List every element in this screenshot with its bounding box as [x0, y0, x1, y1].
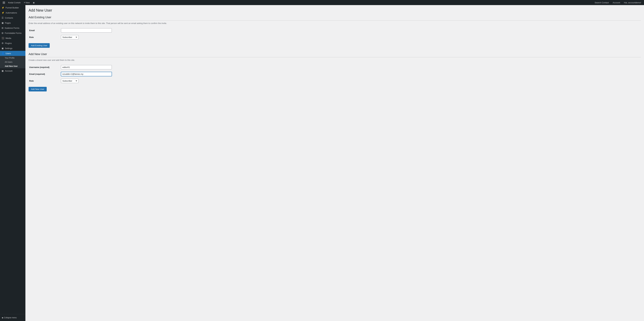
add-new-section-title: Add New User [28, 52, 641, 57]
pages-icon: ▣ [2, 22, 4, 24]
sidebar-item-media[interactable]: ⬛ Media [0, 36, 26, 41]
existing-email-input[interactable] [61, 28, 112, 32]
new-email-input[interactable] [61, 72, 112, 76]
sidebar-item-contacts[interactable]: ☰ Contacts [0, 15, 26, 20]
collapse-menu-button[interactable]: ◀ Collapse menu [2, 316, 24, 320]
content-area: Add New User Add Existing User Enter the… [26, 5, 644, 321]
add-new-form-table: Username (required) Email (required) [28, 64, 140, 84]
collapse-menu-label: Collapse menu [4, 316, 17, 319]
plus-icon: + [24, 1, 25, 4]
funnel-builder-icon: ⚡ [2, 6, 4, 9]
add-existing-form-table: Email Role Subscriber Contributor Au [28, 27, 140, 41]
sidebar-submenu-all-users[interactable]: All Users [0, 60, 26, 64]
add-new-user-section: Add New User Create a brand new user and… [28, 52, 641, 92]
sidebar-item-kadence-forms[interactable]: ⊞ Kadence Forms [0, 26, 26, 30]
main-layout: ⚡ Funnel Builder ⚡ Automations ☰ Contact… [0, 5, 644, 321]
new-role-select[interactable]: Subscriber Contributor Author Editor Adm… [61, 79, 78, 83]
sidebar-item-label: Contacts [5, 17, 13, 19]
sidebar-item-label: Settings [5, 47, 12, 50]
page-title: Add New User [28, 8, 641, 12]
sidebar-item-label: Plugins [5, 42, 12, 44]
add-new-user-button[interactable]: Add New User [28, 87, 47, 92]
new-label: New [26, 2, 30, 4]
settings-icon: ▣ [2, 47, 4, 50]
new-email-label: Email (required) [29, 73, 45, 75]
sidebar-item-label: Formidable Forms [5, 32, 22, 34]
sidebar-item-pages[interactable]: ▣ Pages [0, 20, 26, 26]
sidebar-item-plugins[interactable]: ⚙ Plugins [0, 41, 26, 46]
add-new-section-desc: Create a brand new user and add them to … [28, 59, 641, 61]
sidebar-item-label: Account [5, 70, 12, 72]
site-name-link[interactable]: Kedai Contoh [6, 0, 22, 5]
plugins-icon: ⚙ [2, 42, 4, 44]
kadence-forms-icon: ⊞ [2, 27, 4, 29]
sidebar-item-label: Media [6, 37, 11, 39]
sidebar-submenu-your-profile[interactable]: Your Profile [0, 56, 26, 60]
account-icon: ▣ [2, 70, 4, 72]
existing-role-label: Role [29, 36, 34, 38]
sidebar-item-automations[interactable]: ⚡ Automations [0, 10, 26, 15]
automations-icon: ⚡ [2, 12, 4, 14]
new-username-input[interactable] [61, 65, 112, 70]
users-icon: 👤 [2, 52, 4, 54]
user-greeting[interactable]: Hai, accountdemo! [622, 0, 643, 5]
collapse-arrow-icon: ◀ [2, 316, 3, 319]
sidebar-item-label: Automations [6, 12, 17, 14]
wp-logo-icon[interactable]: ⊞ [1, 0, 6, 5]
existing-role-select[interactable]: Subscriber Contributor Author Editor Adm… [61, 35, 78, 39]
search-contact-link[interactable]: Search Contact [593, 0, 610, 5]
sidebar-item-account[interactable]: ▣ Account [0, 68, 26, 73]
sidebar-item-label: Kadence Forms [5, 27, 19, 29]
sidebar-footer: ◀ Collapse menu [0, 314, 26, 321]
formidable-forms-icon: ⊞ [2, 32, 4, 34]
sidebar-item-label: Users [6, 52, 11, 54]
sidebar-item-formidable-forms[interactable]: ⊞ Formidable Forms [0, 30, 26, 36]
media-icon: ⬛ [2, 37, 4, 39]
customize-link[interactable]: ◉ [31, 0, 36, 5]
add-existing-user-section: Add Existing User Enter the email addres… [28, 16, 641, 48]
sidebar-item-settings[interactable]: ▣ Settings [0, 46, 26, 51]
existing-email-label: Email [29, 29, 35, 32]
account-link[interactable]: Account [611, 0, 622, 5]
customize-icon: ◉ [33, 2, 34, 4]
sidebar-item-funnel-builder[interactable]: ⚡ Funnel Builder [0, 5, 26, 10]
add-existing-section-title: Add Existing User [28, 16, 641, 20]
new-role-label: Role [29, 80, 34, 82]
add-existing-section-desc: Enter the email address of an existing u… [28, 22, 641, 24]
sidebar-item-label: Pages [5, 22, 11, 24]
contacts-icon: ☰ [2, 16, 4, 19]
sidebar: ⚡ Funnel Builder ⚡ Automations ☰ Contact… [0, 5, 26, 321]
sidebar-item-users[interactable]: 👤 Users [0, 51, 26, 56]
sidebar-submenu-add-new-user[interactable]: Add New User [0, 64, 26, 68]
sidebar-item-label: Funnel Builder [6, 6, 19, 9]
admin-bar: ⊞ Kedai Contoh + New ◉ Search Contact Ac… [0, 0, 644, 5]
new-link[interactable]: + New [22, 0, 31, 5]
add-existing-user-button[interactable]: Add Existing User [28, 43, 50, 48]
new-username-label: Username (required) [29, 66, 50, 68]
